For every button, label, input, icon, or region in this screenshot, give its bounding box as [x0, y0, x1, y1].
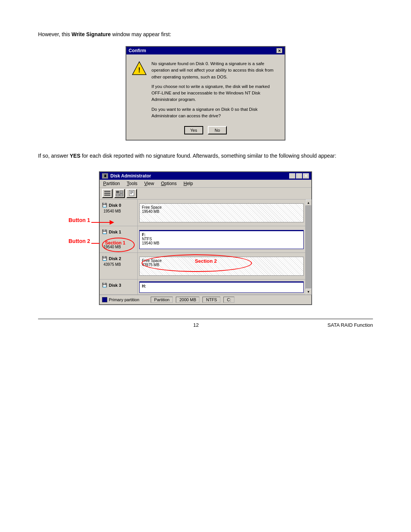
- svg-rect-16: [130, 193, 132, 194]
- disk-0-row: 💾 Disk 0 19540 MB Free Space19540 MB: [100, 200, 305, 226]
- disk-3-name: 💾 Disk 3: [102, 283, 121, 288]
- partition-size-field: 2000 MB: [176, 297, 199, 303]
- toolbar-button-2[interactable]: [114, 189, 125, 198]
- section2-label: Section 2: [195, 258, 217, 264]
- disk-0-name: 💾 Disk 0: [102, 203, 121, 208]
- svg-rect-9: [116, 191, 119, 193]
- status-bar: Primary partition Partition 2000 MB NTFS…: [100, 295, 311, 304]
- minimize-button[interactable]: _: [289, 173, 295, 179]
- intro-text-after: window may appear first:: [111, 31, 171, 37]
- close-button[interactable]: ✕: [303, 173, 309, 179]
- confirm-msg2: If you choose not to write a signature, …: [151, 83, 279, 103]
- footer-page-number: 12: [76, 322, 316, 328]
- window-control-buttons: _ □ ✕: [289, 173, 309, 179]
- legend-color-box: [102, 297, 107, 302]
- disk-2-label: 💾 Disk 2 43975 MB: [100, 253, 138, 279]
- disk-admin-outer: Button 1 Button 2 🖥 D: [99, 171, 312, 305]
- intro-bold: Write Signature: [72, 31, 111, 37]
- disk-admin-content: 💾 Disk 0 19540 MB Free Space19540 MB: [100, 200, 311, 295]
- footer: 12 SATA RAID Function: [38, 319, 373, 328]
- menubar: Partition Tools View Options Help: [100, 180, 311, 188]
- disk-admin-title-text: Disk Administrator: [110, 173, 151, 179]
- disk-3-row: 💾 Disk 3 H:: [100, 280, 305, 295]
- confirm-dialog-wrapper: Confirm ✕ ! No signature found on Disk 0…: [38, 46, 373, 141]
- disk-1-size-label: 19540 MB: [142, 241, 301, 245]
- legend-primary: Primary partition: [102, 297, 139, 302]
- confirm-warning-icon: !: [132, 61, 147, 76]
- confirm-title-bar: Confirm ✕: [126, 47, 285, 54]
- toolbar-button-3[interactable]: [126, 189, 137, 198]
- disk-0-size: 19540 MB: [104, 209, 121, 213]
- intro-paragraph: However, this Write Signature window may…: [38, 30, 373, 38]
- disk-admin-title-bar: 🖥 Disk Administrator _ □ ✕: [100, 172, 311, 180]
- svg-rect-8: [104, 195, 110, 196]
- disk-1-row: 💾 Disk 1 Section 1 19540 MB: [100, 226, 305, 253]
- confirm-yes-button[interactable]: Yes: [184, 126, 203, 134]
- confirm-close-button[interactable]: ✕: [276, 48, 282, 53]
- disk-2-name: 💾 Disk 2: [102, 256, 121, 261]
- disk-3-ntfs: H:: [139, 281, 304, 293]
- toolbar-button-1[interactable]: [102, 189, 113, 198]
- disk-admin-wrapper: Button 1 Button 2 🖥 D: [38, 171, 373, 305]
- confirm-msg1: No signature found on Disk 0. Writing a …: [151, 61, 279, 80]
- svg-rect-11: [116, 194, 119, 196]
- confirm-title: Confirm: [129, 48, 146, 53]
- disk-1-name: 💾 Disk 1: [102, 229, 121, 234]
- svg-rect-12: [120, 194, 123, 196]
- menu-partition[interactable]: Partition: [102, 181, 121, 187]
- disk-admin-title-left: 🖥 Disk Administrator: [102, 173, 151, 179]
- followup-paragraph: If so, answer YES for each disk reported…: [38, 152, 373, 160]
- svg-rect-7: [104, 193, 110, 194]
- disk-1-drive: F:: [142, 233, 301, 237]
- menu-tools[interactable]: Tools: [126, 181, 139, 187]
- svg-text:!: !: [138, 66, 140, 74]
- disk-0-freespace: Free Space19540 MB: [139, 203, 304, 222]
- section1-label: Section 1: [105, 240, 125, 246]
- disk-2-icon: 💾: [102, 256, 107, 261]
- disk-3-partitions: H:: [138, 280, 305, 294]
- disk-main-area: 💾 Disk 0 19540 MB Free Space19540 MB: [100, 200, 305, 295]
- disk-1-ntfs: F: NTFS 19540 MB: [139, 230, 304, 249]
- disk-1-fs: NTFS: [142, 237, 301, 241]
- followup-text-after: for each disk reported with no signature…: [80, 153, 336, 159]
- partition-info: Partition 2000 MB NTFS C:: [151, 297, 234, 303]
- svg-rect-15: [130, 192, 133, 193]
- disk-2-freespace: Free Space43975 MB: [139, 257, 304, 276]
- scrollbar[interactable]: ▲ ▼: [305, 200, 311, 295]
- confirm-text-content: No signature found on Disk 0. Writing a …: [151, 61, 279, 119]
- confirm-buttons: Yes No: [126, 123, 285, 140]
- menu-help[interactable]: Help: [182, 181, 194, 187]
- confirm-no-button[interactable]: No: [208, 126, 227, 134]
- confirm-body: ! No signature found on Disk 0. Writing …: [126, 54, 285, 123]
- disk-3-label: 💾 Disk 3: [100, 280, 138, 294]
- svg-rect-14: [130, 191, 133, 192]
- disk-1-label: 💾 Disk 1 Section 1 19540 MB: [100, 226, 138, 252]
- toolbar: [100, 188, 311, 200]
- confirm-msg3: Do you want to write a signature on Disk…: [151, 106, 279, 120]
- scroll-down-button[interactable]: ▼: [306, 289, 312, 295]
- disk-2-size: 43975 MB: [104, 262, 121, 267]
- svg-rect-10: [120, 191, 123, 193]
- disk-admin-window: 🖥 Disk Administrator _ □ ✕ Partition Too…: [99, 171, 312, 305]
- menu-options[interactable]: Options: [160, 181, 178, 187]
- disk-0-icon: 💾: [102, 203, 107, 208]
- restore-button[interactable]: □: [296, 173, 302, 179]
- intro-text-before: However, this: [38, 31, 72, 37]
- disk-0-partitions: Free Space19540 MB: [138, 200, 305, 226]
- legend-label: Primary partition: [109, 297, 139, 302]
- button2-annotation: Button 2: [68, 238, 90, 244]
- footer-right-text: SATA RAID Function: [316, 322, 373, 328]
- partition-label-field: Partition: [151, 297, 173, 303]
- button1-annotation: Button 1: [68, 217, 90, 223]
- scroll-track[interactable]: [306, 206, 312, 289]
- menu-view[interactable]: View: [143, 181, 155, 187]
- svg-rect-6: [104, 191, 110, 192]
- partition-drive-field: C:: [223, 297, 234, 303]
- disk-1-partitions: F: NTFS 19540 MB: [138, 226, 305, 252]
- scroll-up-button[interactable]: ▲: [306, 200, 312, 206]
- followup-text-before: If so, answer: [38, 153, 70, 159]
- disk-2-row: 💾 Disk 2 43975 MB Free Space43975 MB: [100, 253, 305, 280]
- followup-bold: YES: [70, 153, 80, 159]
- disk-1-icon: 💾: [102, 229, 107, 234]
- disk-2-partitions: Free Space43975 MB Section 2: [138, 253, 305, 279]
